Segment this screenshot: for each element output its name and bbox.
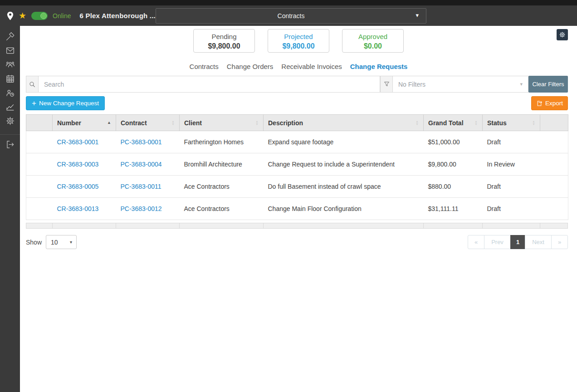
last-page-button[interactable]: » xyxy=(551,235,568,249)
first-page-button[interactable]: « xyxy=(468,235,484,249)
column-label: Description xyxy=(268,119,303,127)
search-icon xyxy=(29,81,36,88)
row-actions-cell xyxy=(540,176,568,198)
footer-cell xyxy=(264,223,424,228)
sidebar-item-settings[interactable] xyxy=(0,114,20,128)
header-cell-grand-total[interactable]: Grand Total ▲▼ xyxy=(424,115,483,131)
approved-label: Approved xyxy=(342,32,403,41)
header-cell-number[interactable]: Number ▲ xyxy=(53,115,116,131)
table-row: CR-3683-0013 PC-3683-0012 Ace Contractor… xyxy=(26,198,568,220)
sidebar-item-projects[interactable] xyxy=(0,29,20,44)
sidebar-item-team[interactable] xyxy=(0,58,20,72)
favorite-star-icon[interactable]: ★ xyxy=(19,11,26,20)
current-page-button[interactable]: 1 xyxy=(510,235,525,249)
filter-icon-box xyxy=(380,76,393,93)
table-actions-row: + New Change Request Export xyxy=(26,96,568,110)
table-header-row: Number ▲ Contract ▲▼ Client ▲▼ Descrip xyxy=(26,115,568,131)
table-footer-strip xyxy=(26,223,568,229)
client-cell: Ace Contractors xyxy=(180,198,264,220)
export-button[interactable]: Export xyxy=(531,96,568,110)
tab-change-requests[interactable]: Change Requests xyxy=(350,63,408,70)
contract-link[interactable]: PC-3683-0001 xyxy=(121,138,162,146)
approved-value: $0.00 xyxy=(342,41,403,51)
next-page-button[interactable]: Next xyxy=(525,235,552,249)
search-filter-bar: No Filters ▾ Clear Filters xyxy=(26,76,568,93)
header-cell-description[interactable]: Description ▲▼ xyxy=(264,115,424,131)
grand-total-cell: $31,111.11 xyxy=(424,198,483,220)
new-change-request-button[interactable]: + New Change Request xyxy=(26,96,105,110)
status-cell: Draft xyxy=(483,131,540,153)
project-title: 6 Plex Attenborough ... xyxy=(80,12,156,20)
sidebar-item-logout[interactable] xyxy=(0,137,20,152)
status-cell: In Review xyxy=(483,153,540,176)
tab-contracts[interactable]: Contracts xyxy=(190,63,219,70)
chevron-down-icon: ▾ xyxy=(416,12,419,19)
row-select-cell xyxy=(26,131,53,153)
footer-cell xyxy=(540,223,567,228)
page-settings-button[interactable] xyxy=(557,29,568,40)
row-actions-cell xyxy=(540,198,568,220)
sidebar-divider xyxy=(0,134,20,135)
column-label: Status xyxy=(487,119,507,127)
page-nav-dropdown[interactable]: Contracts ▾ xyxy=(156,8,426,24)
sidebar-item-reports[interactable] xyxy=(0,100,20,114)
footer-cell xyxy=(424,223,483,228)
header-cell-client[interactable]: Client ▲▼ xyxy=(180,115,264,131)
pending-label: Pending xyxy=(194,32,254,41)
pending-summary-card: Pending $9,800.00 xyxy=(193,29,255,53)
summary-cards: Pending $9,800.00 Projected $9,800.00 Ap… xyxy=(20,29,577,53)
footer-cell xyxy=(483,223,540,228)
header-cell-select xyxy=(26,115,53,131)
change-requests-table: Number ▲ Contract ▲▼ Client ▲▼ Descrip xyxy=(26,114,568,220)
prev-page-button[interactable]: Prev xyxy=(484,235,511,249)
change-request-number-link[interactable]: CR-3683-0005 xyxy=(57,183,99,190)
filters-dropdown-value: No Filters xyxy=(398,81,425,88)
description-cell: Expand square footage xyxy=(264,131,424,153)
change-request-number-link[interactable]: CR-3683-0013 xyxy=(57,205,99,212)
sidebar-item-time-clock[interactable] xyxy=(0,86,20,100)
header-cell-status[interactable]: Status ▲▼ xyxy=(483,115,540,131)
sidebar-item-messages[interactable] xyxy=(0,44,20,58)
sort-icon: ▲▼ xyxy=(532,120,535,126)
sidebar-item-schedule[interactable] xyxy=(0,72,20,86)
contract-link[interactable]: PC-3683-0011 xyxy=(121,183,161,190)
chart-icon xyxy=(5,102,15,112)
change-request-number-link[interactable]: CR-3683-0001 xyxy=(57,138,99,146)
page-size-select[interactable]: 10 ▾ xyxy=(46,235,77,249)
header-cell-contract[interactable]: Contract ▲▼ xyxy=(116,115,180,131)
plus-icon: + xyxy=(32,99,36,107)
approved-summary-card: Approved $0.00 xyxy=(342,29,404,53)
tab-receivable-invoices[interactable]: Receivable Invoices xyxy=(281,63,342,70)
description-cell: Do full Basement instead of crawl space xyxy=(264,176,424,198)
table-row: CR-3683-0005 PC-3683-0011 Ace Contractor… xyxy=(26,176,568,198)
online-toggle-knob xyxy=(40,13,47,19)
filters-dropdown[interactable]: No Filters ▾ xyxy=(393,76,528,93)
search-input[interactable] xyxy=(39,76,380,93)
time-clock-icon xyxy=(5,88,15,98)
section-tabs: Contracts Change Orders Receivable Invoi… xyxy=(20,62,577,71)
row-select-cell xyxy=(26,176,53,198)
location-pin-icon[interactable] xyxy=(7,11,14,20)
tab-change-orders[interactable]: Change Orders xyxy=(227,63,274,70)
pagination: « Prev 1 Next » xyxy=(468,235,568,249)
footer-cell xyxy=(53,223,116,228)
contract-link[interactable]: PC-3683-0004 xyxy=(121,161,162,168)
online-toggle[interactable] xyxy=(31,12,48,20)
description-cell: Change Request to include a Superintende… xyxy=(264,153,424,176)
status-cell: Draft xyxy=(483,176,540,198)
contract-link[interactable]: PC-3683-0012 xyxy=(121,205,162,212)
table-row: CR-3683-0003 PC-3683-0004 Bromhill Archi… xyxy=(26,153,568,176)
client-cell: Bromhill Architecture xyxy=(180,153,264,176)
page-size-value: 10 xyxy=(51,239,58,246)
change-request-number-link[interactable]: CR-3683-0003 xyxy=(57,161,99,168)
table-row: CR-3683-0001 PC-3683-0001 Fartherington … xyxy=(26,131,568,153)
grand-total-cell: $51,000.00 xyxy=(424,131,483,153)
footer-cell xyxy=(180,223,264,228)
mail-icon xyxy=(5,46,15,55)
table-bottom-bar: Show 10 ▾ « Prev 1 Next » xyxy=(26,235,568,249)
column-label: Number xyxy=(57,119,81,127)
funnel-icon xyxy=(383,81,390,88)
main-content: Pending $9,800.00 Projected $9,800.00 Ap… xyxy=(20,26,577,392)
clear-filters-button[interactable]: Clear Filters xyxy=(528,76,568,93)
grand-total-cell: $880.00 xyxy=(424,176,483,198)
